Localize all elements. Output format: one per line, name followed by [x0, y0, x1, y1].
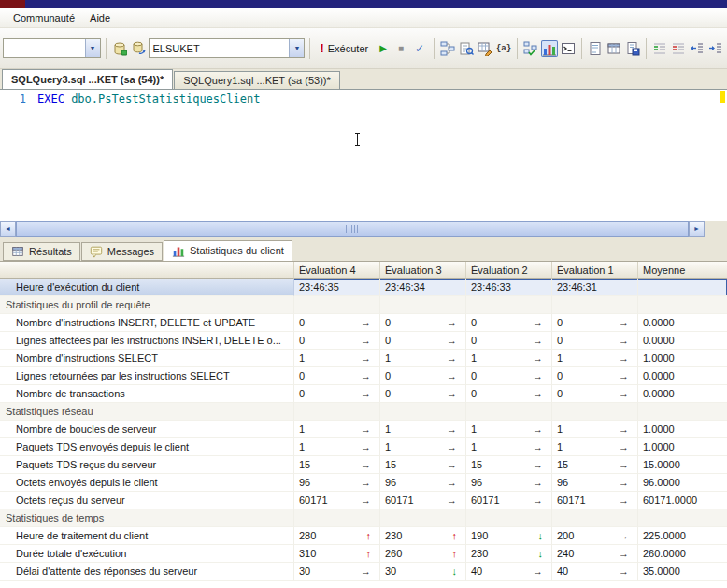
cell[interactable]: 1→	[466, 421, 552, 438]
column-header-moyenne[interactable]: Moyenne	[638, 262, 727, 279]
cell[interactable]: 1→	[380, 421, 466, 438]
table-row[interactable]: Heure d'exécution du client23:46:3523:46…	[0, 279, 727, 296]
cell[interactable]: 1→	[294, 438, 380, 456]
cell[interactable]: 230↓	[466, 545, 552, 563]
cell-mean[interactable]: 60171.0000	[638, 492, 727, 509]
cell[interactable]: 0→	[294, 385, 380, 403]
menu-aide[interactable]: Aide	[82, 10, 118, 25]
table-row[interactable]: Nombre d'instructions INSERT, DELETE et …	[0, 314, 727, 332]
estimated-plan-icon[interactable]	[439, 40, 456, 57]
section-row[interactable]: Statistiques du profil de requête	[0, 296, 727, 314]
table-row[interactable]: Durée totale d'exécution310↑260↑230↓240→…	[0, 545, 727, 563]
stop-button[interactable]: ■	[393, 37, 408, 60]
column-header-blank[interactable]	[0, 262, 294, 279]
table-row[interactable]: Lignes retournées par les instructions S…	[0, 367, 727, 385]
cell[interactable]: 240→	[552, 545, 638, 563]
column-header-evaluation4[interactable]: Évaluation 4	[294, 262, 380, 279]
cell[interactable]: 200→	[552, 527, 638, 545]
cell[interactable]: 1→	[380, 350, 466, 367]
section-row[interactable]: Statistiques réseau	[0, 403, 727, 421]
cell-mean[interactable]: 1.0000	[638, 421, 727, 438]
column-header-evaluation2[interactable]: Évaluation 2	[466, 262, 552, 279]
cell[interactable]: 260↑	[380, 545, 466, 563]
cell[interactable]: 1→	[552, 438, 638, 456]
cell[interactable]: 15→	[552, 456, 638, 474]
cell[interactable]: 0→	[294, 314, 380, 332]
cell[interactable]: 0→	[380, 332, 466, 350]
cell[interactable]: 96→	[294, 474, 380, 492]
horizontal-scrollbar[interactable]: ◄ ►	[0, 221, 705, 237]
toolbar-empty-combobox[interactable]: ▼	[3, 38, 101, 58]
section-row[interactable]: Statistiques de temps	[0, 509, 727, 527]
cell[interactable]: 0→	[466, 314, 552, 332]
scrollbar-thumb[interactable]	[16, 221, 689, 237]
cell-mean[interactable]	[638, 279, 727, 296]
cell[interactable]: 60171→	[552, 492, 638, 509]
cell[interactable]: 190↓	[466, 527, 552, 545]
cell[interactable]: 1→	[294, 350, 380, 367]
cell-mean[interactable]: 0.0000	[638, 332, 727, 350]
cell[interactable]: 1→	[552, 421, 638, 438]
column-header-evaluation3[interactable]: Évaluation 3	[380, 262, 466, 279]
actual-plan-icon[interactable]	[522, 40, 539, 57]
cell-mean[interactable]: 0.0000	[638, 367, 727, 385]
cell[interactable]: 0→	[380, 367, 466, 385]
results-to-text-icon[interactable]	[587, 40, 604, 57]
cell-mean[interactable]: 0.0000	[638, 385, 727, 403]
cell-mean[interactable]: 96.0000	[638, 474, 727, 492]
cell[interactable]: 23:46:33	[466, 279, 552, 296]
table-row[interactable]: Délai d'attente des réponses du serveur3…	[0, 563, 727, 581]
cell[interactable]: 1→	[552, 350, 638, 367]
results-to-file-icon[interactable]	[624, 40, 641, 57]
tab-messages[interactable]: Messages	[81, 242, 163, 261]
table-row[interactable]: Paquets TDS reçus du serveur15→15→15→15→…	[0, 456, 727, 474]
tab-sqlquery1[interactable]: SQLQuery1.sql ...KET (sa (53))*	[174, 71, 340, 89]
cell[interactable]: 96→	[552, 474, 638, 492]
scroll-left-icon[interactable]: ◄	[0, 221, 16, 237]
cell-mean[interactable]: 15.0000	[638, 456, 727, 474]
cell[interactable]: 40→	[466, 563, 552, 581]
code-editor[interactable]: 1 EXEC dbo.PsTestStatistiquesClient	[0, 90, 727, 221]
cell[interactable]: 0→	[552, 332, 638, 350]
cell[interactable]: 60171→	[294, 492, 380, 509]
chevron-down-icon[interactable]: ▼	[289, 39, 304, 57]
cell[interactable]: 0→	[294, 332, 380, 350]
available-databases-combobox[interactable]: ELSUKET▼	[149, 38, 306, 58]
cell[interactable]: 60171→	[380, 492, 466, 509]
cell[interactable]: 280↑	[294, 527, 380, 545]
cell[interactable]: 60171→	[466, 492, 552, 509]
cell[interactable]: 0→	[380, 314, 466, 332]
cell-mean[interactable]: 225.0000	[638, 527, 727, 545]
cell[interactable]: 15→	[466, 456, 552, 474]
table-row[interactable]: Paquets TDS envoyés depuis le client1→1→…	[0, 438, 727, 456]
table-row[interactable]: Octets envoyés depuis le client96→96→96→…	[0, 474, 727, 492]
increase-indent-icon[interactable]	[707, 40, 724, 57]
sqlcmd-mode-icon[interactable]	[560, 40, 577, 57]
cell[interactable]: 23:46:35	[294, 279, 380, 296]
cell[interactable]: 1→	[294, 421, 380, 438]
cell[interactable]: 15→	[294, 456, 380, 474]
cell[interactable]: 0→	[466, 367, 552, 385]
table-row[interactable]: Nombre de transactions0→0→0→0→0.0000	[0, 385, 727, 403]
cell[interactable]: 0→	[552, 385, 638, 403]
cell[interactable]: 30↓	[380, 563, 466, 581]
cell[interactable]: 0→	[380, 385, 466, 403]
cell-mean[interactable]: 0.0000	[638, 314, 727, 332]
cell[interactable]: 96→	[466, 474, 552, 492]
cell[interactable]: 96→	[380, 474, 466, 492]
cell[interactable]: 230↑	[380, 527, 466, 545]
cell[interactable]: 23:46:31	[552, 279, 638, 296]
decrease-indent-icon[interactable]	[689, 40, 706, 57]
cell[interactable]: 23:46:34	[380, 279, 466, 296]
cell[interactable]: 0→	[294, 367, 380, 385]
cell[interactable]: 310↑	[294, 545, 380, 563]
scroll-right-icon[interactable]: ►	[689, 221, 705, 237]
menu-communaute[interactable]: Communauté	[6, 10, 82, 25]
cell[interactable]: 0→	[552, 314, 638, 332]
cell-mean[interactable]: 1.0000	[638, 350, 727, 367]
column-header-evaluation1[interactable]: Évaluation 1	[552, 262, 638, 279]
cell[interactable]: 30→	[294, 563, 380, 581]
tab-statistiques-client[interactable]: Statistiques du client	[164, 240, 292, 261]
table-row[interactable]: Heure de traitement du client280↑230↑190…	[0, 527, 727, 545]
cell[interactable]: 1→	[466, 350, 552, 367]
